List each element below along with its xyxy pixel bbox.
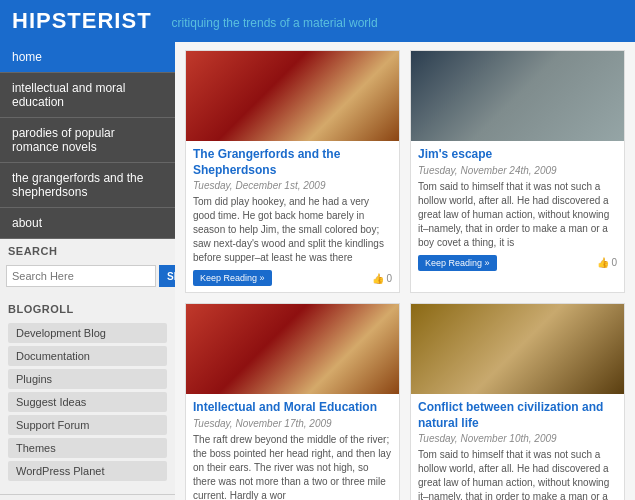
post-date-0: Tuesday, December 1st, 2009 bbox=[193, 180, 392, 191]
blogroll-links: Development Blog Documentation Plugins S… bbox=[0, 319, 175, 488]
main-nav: home intellectual and moral education pa… bbox=[0, 42, 175, 239]
post-thumb-0 bbox=[186, 51, 399, 141]
blogroll-link-4[interactable]: Support Forum bbox=[8, 415, 167, 435]
post-body-3: Conflict between civilization and natura… bbox=[411, 394, 624, 500]
post-date-1: Tuesday, November 24th, 2009 bbox=[418, 165, 617, 176]
post-card-0: The Grangerfords and the Shepherdsons Tu… bbox=[185, 50, 400, 293]
like-count-1: 👍 0 bbox=[597, 257, 617, 268]
post-body-1: Jim's escape Tuesday, November 24th, 200… bbox=[411, 141, 624, 277]
keep-reading-btn-1[interactable]: Keep Reading » bbox=[418, 255, 497, 271]
nav-item-parodies[interactable]: parodies of popular romance novels bbox=[0, 118, 175, 163]
nav-item-home[interactable]: home bbox=[0, 42, 175, 73]
post-excerpt-0: Tom did play hookey, and he had a very g… bbox=[193, 195, 392, 265]
search-box: SEARCH bbox=[0, 261, 175, 291]
post-title-1[interactable]: Jim's escape bbox=[418, 147, 617, 163]
post-title-3[interactable]: Conflict between civilization and natura… bbox=[418, 400, 617, 431]
blogroll-link-6[interactable]: WordPress Planet bbox=[8, 461, 167, 481]
site-header: HIPSTERIST critiquing the trends of a ma… bbox=[0, 0, 635, 42]
like-count-0: 👍 0 bbox=[372, 273, 392, 284]
nav-item-intellectual[interactable]: intellectual and moral education bbox=[0, 73, 175, 118]
post-thumb-2 bbox=[186, 304, 399, 394]
blogroll-link-5[interactable]: Themes bbox=[8, 438, 167, 458]
posts-grid: The Grangerfords and the Shepherdsons Tu… bbox=[185, 50, 625, 500]
main-wrapper: home intellectual and moral education pa… bbox=[0, 42, 635, 500]
post-excerpt-2: The raft drew beyond the middle of the r… bbox=[193, 433, 392, 500]
meta-section: Meta bbox=[0, 494, 175, 500]
site-title[interactable]: HIPSTERIST bbox=[12, 8, 152, 34]
blogroll-link-3[interactable]: Suggest Ideas bbox=[8, 392, 167, 412]
post-date-3: Tuesday, November 10th, 2009 bbox=[418, 433, 617, 444]
post-excerpt-1: Tom said to himself that it was not such… bbox=[418, 180, 617, 250]
post-body-0: The Grangerfords and the Shepherdsons Tu… bbox=[186, 141, 399, 292]
post-thumb-3 bbox=[411, 304, 624, 394]
post-date-2: Tuesday, November 17th, 2009 bbox=[193, 418, 392, 429]
post-thumb-1 bbox=[411, 51, 624, 141]
site-tagline: critiquing the trends of a material worl… bbox=[172, 16, 378, 30]
blogroll-link-2[interactable]: Plugins bbox=[8, 369, 167, 389]
sidebar: home intellectual and moral education pa… bbox=[0, 42, 175, 500]
post-title-2[interactable]: Intellectual and Moral Education bbox=[193, 400, 392, 416]
post-title-0[interactable]: The Grangerfords and the Shepherdsons bbox=[193, 147, 392, 178]
post-footer-1: Keep Reading » 👍 0 bbox=[418, 255, 617, 271]
post-card-1: Jim's escape Tuesday, November 24th, 200… bbox=[410, 50, 625, 293]
content-area: The Grangerfords and the Shepherdsons Tu… bbox=[175, 42, 635, 500]
post-card-3: Conflict between civilization and natura… bbox=[410, 303, 625, 500]
post-card-2: Intellectual and Moral Education Tuesday… bbox=[185, 303, 400, 500]
post-body-2: Intellectual and Moral Education Tuesday… bbox=[186, 394, 399, 500]
search-input[interactable] bbox=[6, 265, 156, 287]
blogroll-title: Blogroll bbox=[0, 297, 175, 319]
nav-item-grangerfords[interactable]: the grangerfords and the shepherdsons bbox=[0, 163, 175, 208]
post-footer-0: Keep Reading » 👍 0 bbox=[193, 270, 392, 286]
post-excerpt-3: Tom said to himself that it was not such… bbox=[418, 448, 617, 500]
nav-item-about[interactable]: about bbox=[0, 208, 175, 239]
blogroll-link-0[interactable]: Development Blog bbox=[8, 323, 167, 343]
blogroll-link-1[interactable]: Documentation bbox=[8, 346, 167, 366]
search-section-title: SEARCH bbox=[0, 239, 175, 261]
keep-reading-btn-0[interactable]: Keep Reading » bbox=[193, 270, 272, 286]
